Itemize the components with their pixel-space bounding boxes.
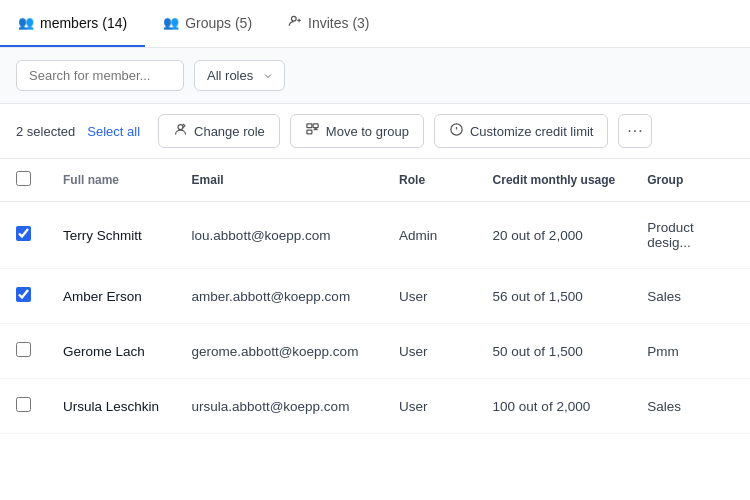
row-checkbox-cell (0, 202, 47, 269)
row-checkbox-2[interactable] (16, 287, 31, 302)
svg-rect-4 (307, 124, 312, 128)
svg-rect-6 (307, 130, 312, 134)
header-checkbox-col (0, 159, 47, 202)
row-checkbox-cell (0, 379, 47, 434)
more-actions-button[interactable]: ··· (618, 114, 652, 148)
tab-groups[interactable]: 👥 Groups (5) (145, 1, 270, 47)
customize-credit-button[interactable]: Customize credit limit (434, 114, 609, 148)
header-email: Email (176, 159, 384, 202)
header-credit: Credit monthly usage (477, 159, 632, 202)
select-all-link[interactable]: Select all (87, 124, 140, 139)
more-icon: ··· (627, 122, 643, 140)
customize-credit-label: Customize credit limit (470, 124, 594, 139)
row-name: Terry Schmitt (47, 202, 176, 269)
table-header-row: Full name Email Role Credit monthly usag… (0, 159, 750, 202)
tab-groups-label: Groups (5) (185, 15, 252, 31)
action-bar: 2 selected Select all Change role Move t… (0, 104, 750, 159)
tab-invites[interactable]: Invites (3) (270, 0, 387, 47)
row-email: gerome.abbott@koepp.com (176, 324, 384, 379)
header-role: Role (383, 159, 476, 202)
row-role: User (383, 269, 476, 324)
row-credit: 56 out of 1,500 (477, 269, 632, 324)
members-table-container: Full name Email Role Credit monthly usag… (0, 159, 750, 434)
table-row: Gerome Lach gerome.abbott@koepp.com User… (0, 324, 750, 379)
row-credit: 100 out of 2,000 (477, 379, 632, 434)
row-email: ursula.abbott@koepp.com (176, 379, 384, 434)
move-to-group-icon (305, 122, 320, 140)
row-email: lou.abbott@koepp.com (176, 202, 384, 269)
table-row: Terry Schmitt lou.abbott@koepp.com Admin… (0, 202, 750, 269)
row-name: Ursula Leschkin (47, 379, 176, 434)
table-row: Ursula Leschkin ursula.abbott@koepp.com … (0, 379, 750, 434)
row-role: Admin (383, 202, 476, 269)
row-checkbox-cell (0, 269, 47, 324)
members-icon: 👥 (18, 15, 34, 30)
row-checkbox-1[interactable] (16, 226, 31, 241)
svg-point-3 (178, 125, 183, 130)
row-group: Pmm (631, 324, 750, 379)
row-name: Gerome Lach (47, 324, 176, 379)
customize-credit-icon (449, 122, 464, 140)
row-checkbox-3[interactable] (16, 342, 31, 357)
row-name: Amber Erson (47, 269, 176, 324)
svg-point-0 (292, 16, 297, 21)
row-group: Sales (631, 269, 750, 324)
search-input[interactable] (16, 60, 184, 91)
select-all-checkbox[interactable] (16, 171, 31, 186)
selected-count: 2 selected (16, 124, 75, 139)
members-table: Full name Email Role Credit monthly usag… (0, 159, 750, 434)
move-to-group-label: Move to group (326, 124, 409, 139)
change-role-label: Change role (194, 124, 265, 139)
row-email: amber.abbott@koepp.com (176, 269, 384, 324)
change-role-button[interactable]: Change role (158, 114, 280, 148)
row-role: User (383, 324, 476, 379)
row-checkbox-cell (0, 324, 47, 379)
row-credit: 20 out of 2,000 (477, 202, 632, 269)
header-full-name: Full name (47, 159, 176, 202)
row-checkbox-4[interactable] (16, 397, 31, 412)
row-group: Product desig... (631, 202, 750, 269)
tab-bar: 👥 members (14) 👥 Groups (5) Invites (3) (0, 0, 750, 48)
groups-icon: 👥 (163, 15, 179, 30)
invites-icon (288, 14, 302, 31)
table-row: Amber Erson amber.abbott@koepp.com User … (0, 269, 750, 324)
move-to-group-button[interactable]: Move to group (290, 114, 424, 148)
filter-row: All roles Admin User (0, 48, 750, 104)
svg-rect-5 (313, 124, 318, 128)
header-group: Group (631, 159, 750, 202)
row-group: Sales (631, 379, 750, 434)
tab-invites-label: Invites (3) (308, 15, 369, 31)
row-role: User (383, 379, 476, 434)
row-credit: 50 out of 1,500 (477, 324, 632, 379)
change-role-icon (173, 122, 188, 140)
tab-members-label: members (14) (40, 15, 127, 31)
tab-members[interactable]: 👥 members (14) (0, 1, 145, 47)
role-filter-dropdown[interactable]: All roles Admin User (194, 60, 285, 91)
